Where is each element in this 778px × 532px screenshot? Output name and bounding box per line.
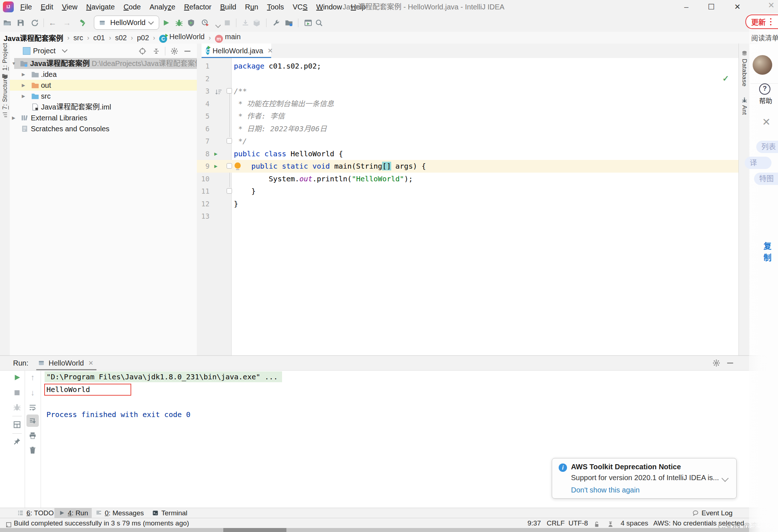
line-ending[interactable]: CRLF: [547, 518, 565, 528]
code-line-11[interactable]: 11 }: [197, 185, 738, 198]
down-stack-trace-icon[interactable]: ↓: [28, 388, 38, 398]
tree-collapsed-arrow-icon[interactable]: ▶: [22, 91, 25, 102]
back-icon[interactable]: ←: [47, 18, 58, 28]
menu-edit[interactable]: Edit: [36, 0, 57, 14]
clear-all-icon[interactable]: [28, 445, 38, 455]
code-line-1[interactable]: 1package c01.s02.p02;: [197, 60, 738, 73]
sidebar-item-7-structure[interactable]: 7: Structure: [0, 75, 10, 119]
code-line-2[interactable]: 2: [197, 73, 738, 85]
tree-collapsed-arrow-icon[interactable]: ▶: [12, 112, 15, 123]
caret-position[interactable]: 9:37: [527, 518, 541, 528]
menu-refactor[interactable]: Refactor: [180, 0, 216, 14]
menu-run[interactable]: Run: [241, 0, 263, 14]
help-icon[interactable]: ?: [759, 83, 770, 95]
breadcrumb-item[interactable]: CHelloWorld: [159, 33, 204, 43]
hide-panel-icon[interactable]: [725, 358, 735, 368]
run-tab-helloworld[interactable]: HelloWorld ✕: [36, 356, 96, 370]
menu-file[interactable]: File: [16, 0, 36, 14]
breadcrumb-item[interactable]: s02: [115, 34, 127, 42]
debug-icon[interactable]: [174, 18, 184, 28]
project-panel-title[interactable]: Project: [33, 44, 55, 58]
side-tool-0[interactable]: 列表: [756, 141, 778, 153]
minimize-button[interactable]: –: [678, 0, 694, 14]
gear-icon[interactable]: [169, 46, 179, 56]
tree-collapsed-arrow-icon[interactable]: ▶: [22, 69, 25, 80]
search-everywhere-icon[interactable]: [314, 18, 324, 28]
up-stack-trace-icon[interactable]: ↑: [28, 372, 38, 383]
code-line-4[interactable]: 4 * 功能在控制台输出一条信息: [197, 98, 738, 110]
hide-panel-icon[interactable]: [182, 46, 193, 56]
pin-tab-icon[interactable]: [12, 436, 22, 446]
forward-icon[interactable]: →: [62, 18, 72, 28]
inspections-ok-icon[interactable]: ✓: [723, 74, 729, 83]
project-structure-icon[interactable]: [284, 18, 294, 28]
tree-collapsed-arrow-icon[interactable]: ▶: [22, 80, 25, 91]
tree-item-java-iml[interactable]: Java课程配套案例.iml: [10, 102, 197, 112]
fold-marker-icon[interactable]: [227, 188, 232, 194]
code-area[interactable]: 1package c01.s02.p02;23/**4 * 功能在控制台输出一条…: [197, 58, 738, 355]
copy-button[interactable]: 复制: [763, 239, 778, 263]
menu-window[interactable]: Window: [312, 0, 346, 14]
breadcrumb-item[interactable]: Java课程配套案例: [4, 33, 63, 43]
menu-vcs[interactable]: VCS: [288, 0, 312, 14]
menu-view[interactable]: View: [58, 0, 82, 14]
scrollbar-thumb[interactable]: [223, 528, 286, 532]
settings-wrench-icon[interactable]: [271, 18, 281, 28]
sidebar-item-1-project[interactable]: 1: Project: [0, 43, 10, 80]
event-log-button[interactable]: Event Log: [692, 508, 733, 518]
build-hammer-icon[interactable]: [78, 18, 88, 28]
menu-build[interactable]: Build: [216, 0, 240, 14]
profiler-icon[interactable]: [200, 18, 210, 28]
file-encoding[interactable]: UTF-8: [568, 518, 588, 528]
soft-wrap-icon[interactable]: [28, 402, 38, 412]
indent-setting[interactable]: 4 spaces: [621, 518, 648, 528]
tree-item--idea[interactable]: ▶.idea: [10, 69, 197, 80]
tab-0-messages[interactable]: 0: Messages: [91, 508, 148, 518]
avatar[interactable]: [753, 55, 772, 75]
update-button[interactable]: 更新: [745, 15, 778, 29]
sidebar-item-database[interactable]: Database: [739, 49, 750, 87]
tab-6-todo[interactable]: 6: TODO: [13, 508, 57, 518]
run-gutter-icon[interactable]: ▶: [214, 148, 218, 160]
code-line-13[interactable]: 13: [197, 210, 738, 223]
dont-show-again-link[interactable]: Don't show this again: [571, 486, 640, 494]
side-tool-1[interactable]: 译: [745, 157, 771, 169]
run-console[interactable]: "D:\Program Files\Java\jdk1.8.0_231\bin\…: [41, 371, 738, 421]
code-line-3[interactable]: 3/**: [197, 85, 738, 98]
expand-chevron-icon[interactable]: [721, 475, 729, 482]
tree-expanded-arrow-icon[interactable]: ▼: [12, 58, 16, 69]
print-icon[interactable]: [28, 430, 38, 441]
sidebar-item-ant[interactable]: Ant: [739, 96, 750, 115]
scroll-to-end-icon[interactable]: [28, 416, 38, 426]
code-line-8[interactable]: 8▶public class HelloWorld {: [197, 148, 738, 160]
rerun-icon[interactable]: [12, 372, 22, 383]
fold-marker-icon[interactable]: [227, 163, 232, 169]
tree-item-out[interactable]: ▶out: [10, 80, 197, 91]
run-gutter-icon[interactable]: ▶: [214, 160, 218, 173]
chevron-down-icon[interactable]: [62, 47, 68, 53]
tree-item-java-[interactable]: ▼Java课程配套案例 D:\IdeaProjects\Java课程配套案例: [10, 58, 197, 69]
collapse-all-icon[interactable]: [151, 46, 161, 56]
code-line-5[interactable]: 5 * 作者: 李信: [197, 110, 738, 123]
run-configuration-select[interactable]: HelloWorld: [94, 16, 159, 30]
gear-icon[interactable]: [711, 358, 721, 368]
restore-layout-icon[interactable]: [12, 420, 22, 430]
menu-code[interactable]: Code: [119, 0, 145, 14]
close-button[interactable]: ✕: [729, 0, 745, 14]
tree-item-external-libraries[interactable]: ▶External Libraries: [10, 112, 197, 123]
tab-helloworld-java[interactable]: C HelloWorld.java ✕: [202, 44, 271, 58]
tree-item-scratches-and-consoles[interactable]: Scratches and Consoles: [10, 123, 197, 134]
breadcrumb-item[interactable]: p02: [137, 34, 149, 42]
breadcrumb-item[interactable]: src: [74, 34, 83, 42]
run-anything-icon[interactable]: [303, 18, 313, 28]
overlay-close-icon[interactable]: ✕: [768, 1, 774, 10]
close-tab-icon[interactable]: ✕: [268, 47, 273, 55]
code-line-12[interactable]: 12}: [197, 198, 738, 210]
close-icon[interactable]: ✕: [762, 116, 770, 128]
reading-list-label[interactable]: 阅读清单: [751, 33, 778, 42]
code-line-6[interactable]: 6 * 日期: 2022年03月06日: [197, 123, 738, 135]
locate-file-icon[interactable]: [137, 46, 148, 56]
menu-navigate[interactable]: Navigate: [82, 0, 119, 14]
maximize-button[interactable]: ☐: [703, 0, 719, 14]
code-line-7[interactable]: 7 */: [197, 135, 738, 148]
